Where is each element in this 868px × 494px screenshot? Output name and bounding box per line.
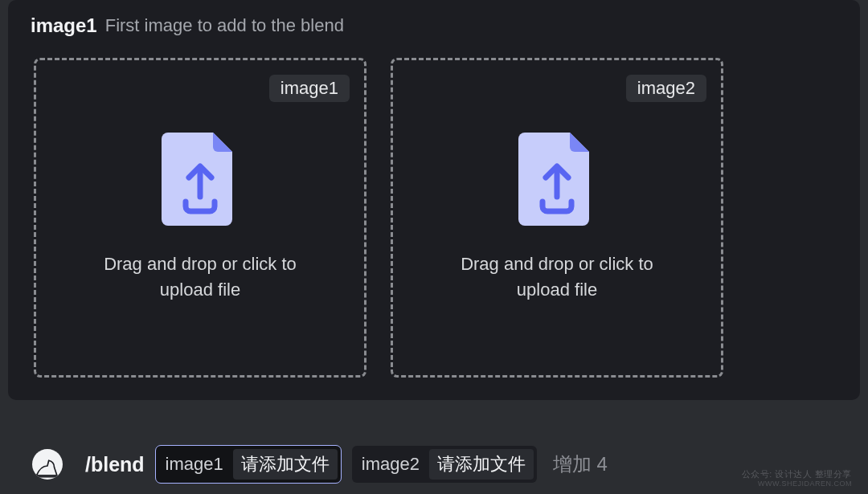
param-name: image1 (31, 14, 97, 37)
param-pill-key: image1 (166, 454, 223, 475)
param-pill-image1[interactable]: image1 请添加文件 (156, 446, 341, 483)
watermark-line2: WWW.SHEJIDAREN.COM (742, 480, 852, 489)
dropzone-image2[interactable]: image2 Drag and drop or click to upload … (391, 58, 723, 378)
add-more-params[interactable]: 增加 4 (553, 451, 608, 477)
slash-command: /blend (85, 453, 145, 476)
watermark: 公众号: 设计达人 整理分享 WWW.SHEJIDAREN.COM (742, 468, 852, 489)
command-input-row: /blend image1 请添加文件 image2 请添加文件 增加 4 (0, 446, 868, 483)
upload-file-icon (162, 129, 239, 226)
param-pill-value: 请添加文件 (429, 449, 534, 480)
param-header: image1 First image to add to the blend (8, 0, 860, 48)
param-pill-image2[interactable]: image2 请添加文件 (352, 446, 537, 483)
bot-avatar (32, 449, 63, 480)
command-panel: image1 First image to add to the blend i… (8, 0, 860, 400)
param-pill-key: image2 (362, 454, 420, 475)
param-pill-value: 请添加文件 (233, 449, 338, 480)
upload-file-icon (518, 129, 596, 226)
dropzone-image1[interactable]: image1 Drag and drop or click to upload … (34, 58, 366, 378)
dropzone-hint: Drag and drop or click to upload file (80, 251, 321, 303)
dropzone-row: image1 Drag and drop or click to upload … (8, 48, 860, 400)
dropzone-label: image1 (269, 75, 350, 102)
watermark-line1: 公众号: 设计达人 整理分享 (742, 468, 852, 480)
dropzone-label: image2 (626, 75, 706, 102)
param-description: First image to add to the blend (105, 15, 344, 36)
dropzone-hint: Drag and drop or click to upload file (436, 251, 678, 303)
